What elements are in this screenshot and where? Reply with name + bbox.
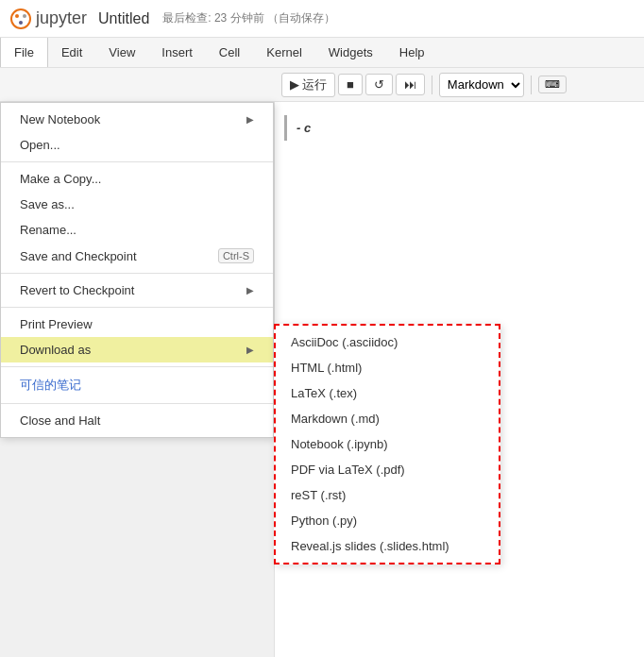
svg-point-2 [23,14,26,18]
jupyter-text: jupyter [36,8,87,28]
svg-point-3 [19,21,23,25]
autosave-info: 最后检查: 23 分钟前 （自动保存） [162,10,335,26]
cell-type-select[interactable]: Markdown [439,73,524,97]
menu-bar: File Edit View Insert Cell Kernel Widget… [0,38,644,68]
dropdown-section-4: Print Preview Download as ▶ [1,308,273,367]
notebook-title[interactable]: Untitled [98,10,149,27]
menu-help[interactable]: Help [386,38,438,67]
dropdown-make-copy[interactable]: Make a Copy... [1,166,273,192]
menu-view[interactable]: View [95,38,148,67]
keyboard-icon: ⌨ [545,78,560,90]
restart-button[interactable]: ↺ [365,74,393,95]
submenu-asciidoc[interactable]: AsciiDoc (.asciidoc) [276,329,499,355]
top-bar: jupyter Untitled 最后检查: 23 分钟前 （自动保存） [0,0,644,38]
stop-button[interactable]: ■ [338,74,363,95]
dropdown-revert[interactable]: Revert to Checkpoint ▶ [1,278,273,303]
dropdown-section-5: 可信的笔记 [1,367,273,404]
dropdown-section-2: Make a Copy... Save as... Rename... Save… [1,162,273,274]
main-content: - c New Notebook ▶ Open... Make a Copy..… [0,102,644,657]
dropdown-section-6: Close and Halt [1,404,273,437]
menu-kernel[interactable]: Kernel [253,38,315,67]
submenu-python[interactable]: Python (.py) [276,508,499,533]
submenu-markdown[interactable]: Markdown (.md) [276,406,499,431]
dropdown-print-preview[interactable]: Print Preview [1,312,273,337]
dropdown-open[interactable]: Open... [1,132,273,158]
dropdown-new-notebook[interactable]: New Notebook ▶ [1,107,273,132]
keyboard-button[interactable]: ⌨ [538,76,567,93]
dropdown-trusted[interactable]: 可信的笔记 [1,371,273,399]
dropdown-save-as[interactable]: Save as... [1,192,273,217]
submenu-pdf[interactable]: PDF via LaTeX (.pdf) [276,457,499,482]
dropdown-save-checkpoint[interactable]: Save and Checkpoint Ctrl-S [1,243,273,269]
restart-run-button[interactable]: ⏭ [396,74,425,95]
dropdown-section-1: New Notebook ▶ Open... [1,103,273,162]
menu-cell[interactable]: Cell [206,38,253,67]
svg-point-1 [15,14,19,18]
restart-icon: ↺ [374,77,384,92]
download-submenu: AsciiDoc (.asciidoc) HTML (.html) LaTeX … [274,324,500,564]
submenu-reveal[interactable]: Reveal.js slides (.slides.html) [276,533,499,559]
dropdown-overlay: New Notebook ▶ Open... Make a Copy... Sa… [0,102,644,657]
run-label: 运行 [302,76,327,93]
arrow-icon: ▶ [246,114,254,125]
arrow-icon-3: ▶ [246,345,254,355]
dropdown-section-3: Revert to Checkpoint ▶ [1,274,273,308]
submenu-notebook[interactable]: Notebook (.ipynb) [276,431,499,457]
stop-icon: ■ [347,77,354,92]
fast-forward-icon: ⏭ [404,77,416,92]
toolbar-right: ▶ 运行 ■ ↺ ⏭ Markdown ⌨ [278,73,570,97]
menu-insert[interactable]: Insert [148,38,206,67]
jupyter-logo: jupyter [9,8,87,30]
toolbar-separator-2 [531,76,532,94]
menu-file[interactable]: File [0,38,48,67]
submenu-rst[interactable]: reST (.rst) [276,482,499,508]
toolbar-row: ▶ 运行 ■ ↺ ⏭ Markdown ⌨ [0,68,644,102]
run-icon: ▶ [290,77,299,92]
menu-widgets[interactable]: Widgets [315,38,386,67]
submenu-latex[interactable]: LaTeX (.tex) [276,380,499,406]
svg-point-0 [11,9,30,28]
shortcut-badge: Ctrl-S [218,248,254,263]
toolbar-separator [432,76,432,94]
dropdown-download-as[interactable]: Download as ▶ [1,337,273,362]
jupyter-logo-icon [9,8,32,30]
file-dropdown: New Notebook ▶ Open... Make a Copy... Sa… [0,102,274,438]
dropdown-close-halt[interactable]: Close and Halt [1,408,273,433]
dropdown-rename[interactable]: Rename... [1,217,273,243]
menu-edit[interactable]: Edit [48,38,95,67]
arrow-icon-2: ▶ [246,285,254,295]
run-button[interactable]: ▶ 运行 [281,73,335,97]
submenu-html[interactable]: HTML (.html) [276,355,499,380]
